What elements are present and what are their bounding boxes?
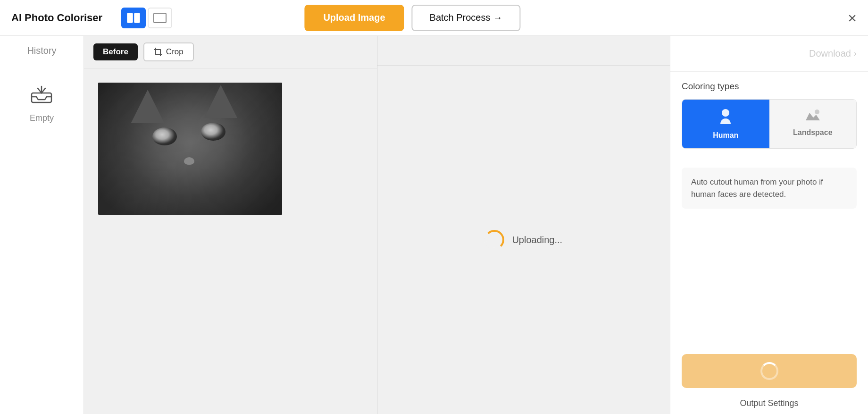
upload-image-button[interactable]: Upload Image (304, 5, 404, 31)
header: AI Photo Coloriser Upload Image Batch Pr… (0, 0, 868, 36)
close-button[interactable]: × (848, 10, 857, 25)
before-panel: Before Crop (84, 36, 377, 414)
coloring-description: Auto cutout human from your photo if hum… (682, 168, 857, 209)
cat-eye-left (152, 127, 177, 145)
download-button[interactable]: Download › (809, 48, 857, 59)
header-center: Upload Image Batch Process → (304, 5, 520, 31)
cat-eye-right (201, 123, 225, 141)
process-button-area (670, 346, 868, 393)
after-panel: Uploading... (377, 36, 670, 414)
before-image-area (84, 68, 377, 414)
process-spinner (760, 362, 778, 380)
empty-label: Empty (30, 113, 54, 123)
single-view-button[interactable] (148, 8, 172, 28)
human-icon (718, 108, 734, 127)
coloring-types-container: Human Landspace (682, 99, 857, 149)
uploading-text: Uploading... (512, 235, 562, 245)
after-toolbar (377, 36, 670, 66)
coloring-types-title: Coloring types (682, 81, 857, 92)
empty-history-item: Empty (30, 84, 54, 123)
split-view-button[interactable] (121, 8, 146, 28)
download-row: Download › (670, 36, 868, 72)
svg-point-6 (815, 110, 819, 114)
cat-ear-left (131, 90, 164, 123)
upload-spinner (484, 230, 504, 250)
svg-rect-0 (127, 13, 133, 23)
view-toggle (121, 8, 172, 28)
svg-rect-3 (32, 93, 51, 102)
svg-rect-1 (134, 13, 140, 23)
cat-ear-right (204, 85, 237, 118)
output-settings-label[interactable]: Output Settings (670, 393, 868, 414)
cat-nose (184, 157, 194, 165)
uploading-area: Uploading... (377, 66, 670, 414)
app-title: AI Photo Coloriser (11, 12, 102, 24)
svg-point-5 (722, 109, 729, 117)
svg-rect-2 (154, 13, 166, 23)
human-type-button[interactable]: Human (682, 100, 769, 148)
coloring-section: Coloring types Human (670, 72, 868, 158)
before-image (98, 83, 282, 215)
main-layout: History Empty Before (0, 36, 868, 414)
landscape-icon (805, 108, 821, 125)
chevron-right-icon: › (854, 49, 857, 59)
landscape-type-button[interactable]: Landspace (769, 100, 857, 148)
before-toolbar: Before Crop (84, 36, 377, 68)
process-button (682, 354, 857, 388)
right-panel: Download › Coloring types Human (670, 36, 868, 414)
before-badge: Before (93, 43, 138, 60)
inbox-icon (31, 84, 52, 108)
batch-process-button[interactable]: Batch Process → (412, 5, 521, 31)
history-label: History (27, 45, 56, 56)
sidebar: History Empty (0, 36, 84, 414)
crop-button[interactable]: Crop (143, 42, 194, 61)
content-area: Before Crop (84, 36, 670, 414)
